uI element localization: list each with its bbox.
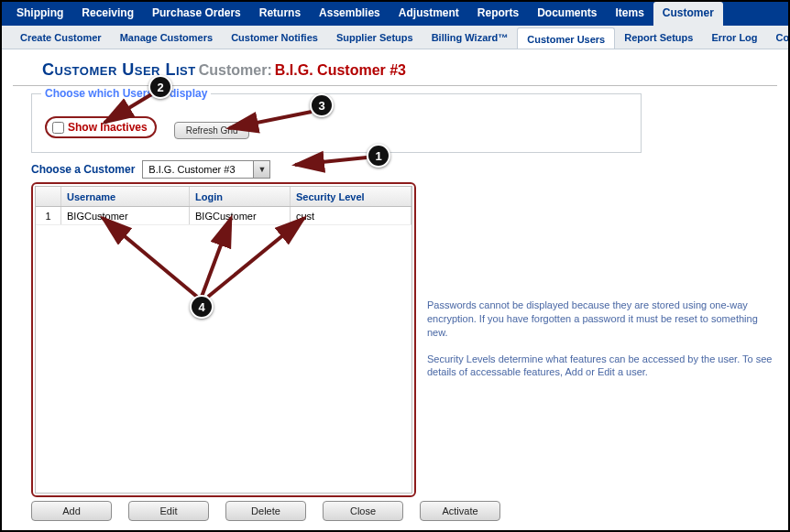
subnav-connections[interactable]: Connecti [767, 32, 788, 43]
subnav-report-setups[interactable]: Report Setups [615, 32, 702, 43]
action-button-row: Add Edit Delete Close Activate [31, 501, 500, 521]
grid-cell-username: BIGCustomer [61, 207, 190, 224]
tab-assemblies[interactable]: Assemblies [310, 2, 390, 26]
add-button[interactable]: Add [31, 501, 112, 521]
subnav-error-log[interactable]: Error Log [702, 32, 766, 43]
grid-header-number[interactable] [36, 187, 61, 206]
edit-button[interactable]: Edit [128, 501, 209, 521]
subnav-manage-customers[interactable]: Manage Customers [111, 32, 222, 43]
annotation-badge-1: 1 [367, 144, 390, 168]
user-grid[interactable]: Username Login Security Level 1 BIGCusto… [35, 186, 412, 494]
display-filter-legend: Choose which Users to display [41, 87, 211, 100]
tab-documents[interactable]: Documents [528, 2, 606, 26]
delete-button[interactable]: Delete [225, 501, 306, 521]
tab-shipping[interactable]: Shipping [7, 2, 72, 26]
refresh-grid-button[interactable]: Refresh Grid [174, 122, 250, 139]
tab-purchase-orders[interactable]: Purchase Orders [143, 2, 250, 26]
grid-header-security[interactable]: Security Level [291, 187, 411, 206]
subnav-customer-users[interactable]: Customer Users [517, 27, 615, 49]
display-filter-box: Choose which Users to display Show Inact… [31, 93, 642, 153]
choose-customer-row: Choose a Customer B.I.G. Customer #3 ▼ [31, 160, 788, 179]
sub-nav: Create Customer Manage Customers Custome… [2, 26, 788, 49]
activate-button[interactable]: Activate [420, 501, 500, 521]
show-inactives-checkbox[interactable] [52, 122, 64, 134]
subnav-create-customer[interactable]: Create Customer [11, 32, 111, 43]
subnav-supplier-setups[interactable]: Supplier Setups [327, 32, 422, 43]
chevron-down-icon[interactable]: ▼ [253, 161, 269, 178]
user-grid-highlight: Username Login Security Level 1 BIGCusto… [31, 182, 416, 497]
show-inactives-label: Show Inactives [68, 121, 148, 134]
tab-returns[interactable]: Returns [250, 2, 310, 26]
info-password-text: Passwords cannot be displayed because th… [427, 299, 775, 340]
info-text: Passwords cannot be displayed because th… [427, 299, 775, 392]
tab-reports[interactable]: Reports [468, 2, 528, 26]
title-customer-name: B.I.G. Customer #3 [275, 62, 406, 78]
annotation-badge-2: 2 [148, 75, 172, 99]
tab-items[interactable]: Items [606, 2, 653, 26]
grid-cell-security: cust [291, 207, 411, 224]
page-title-row: Customer User List Customer: B.I.G. Cust… [13, 49, 777, 86]
tab-customer[interactable]: Customer [653, 2, 723, 26]
choose-customer-dropdown[interactable]: B.I.G. Customer #3 ▼ [142, 160, 270, 179]
page-title: Customer User List [42, 60, 196, 79]
choose-customer-value: B.I.G. Customer #3 [143, 164, 253, 175]
tab-receiving[interactable]: Receiving [72, 2, 143, 26]
choose-customer-label: Choose a Customer [31, 163, 135, 176]
grid-header-row: Username Login Security Level [36, 187, 411, 207]
show-inactives-toggle[interactable]: Show Inactives [45, 116, 157, 138]
subnav-billing-wizard[interactable]: Billing Wizard™ [422, 32, 518, 43]
grid-row[interactable]: 1 BIGCustomer BIGCustomer cust [36, 207, 411, 225]
subnav-customer-notifies[interactable]: Customer Notifies [222, 32, 327, 43]
grid-cell-number: 1 [36, 207, 61, 224]
annotation-badge-4: 4 [190, 295, 214, 319]
grid-cell-login: BIGCustomer [190, 207, 291, 224]
top-nav: Shipping Receiving Purchase Orders Retur… [2, 2, 788, 26]
close-button[interactable]: Close [323, 501, 403, 521]
annotation-badge-3: 3 [310, 93, 334, 117]
grid-header-username[interactable]: Username [61, 187, 190, 206]
tab-adjustment[interactable]: Adjustment [390, 2, 468, 26]
info-security-text: Security Levels determine what features … [427, 353, 775, 380]
grid-header-login[interactable]: Login [190, 187, 291, 206]
title-customer-label: Customer: [199, 62, 272, 78]
